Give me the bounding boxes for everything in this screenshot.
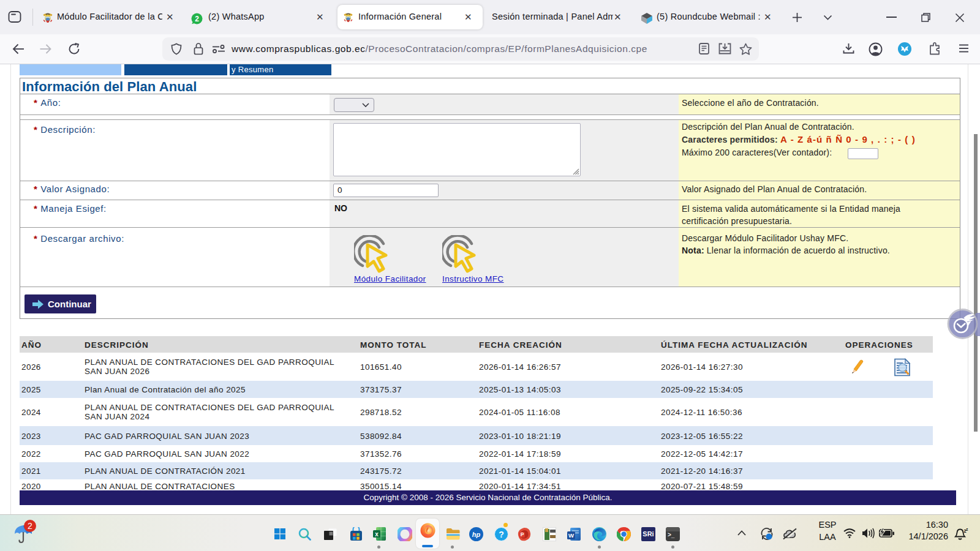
svg-text:P: P <box>521 531 524 538</box>
svg-text:W: W <box>568 532 574 539</box>
svg-text:x: x <box>375 531 379 538</box>
svg-text:?: ? <box>499 530 504 539</box>
svg-text:z: z <box>966 527 968 531</box>
svg-text:hp: hp <box>472 531 481 538</box>
svg-text:2: 2 <box>195 15 199 23</box>
